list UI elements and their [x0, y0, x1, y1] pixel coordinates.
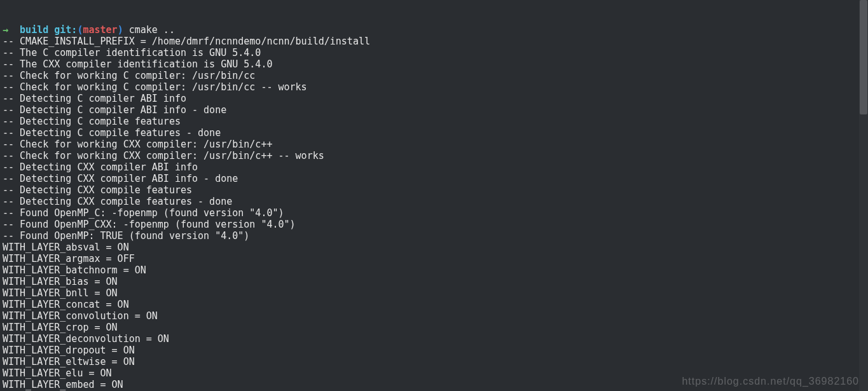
watermark-text: https://blog.csdn.net/qq_36982160 — [682, 376, 859, 387]
output-line: WITH_LAYER_batchnorm = ON — [3, 264, 865, 276]
output-line: WITH_LAYER_bias = ON — [3, 276, 865, 287]
output-lines: -- CMAKE_INSTALL_PREFIX = /home/dmrf/ncn… — [3, 36, 865, 391]
prompt-branch: master — [83, 24, 117, 36]
output-line: WITH_LAYER_deconvolution = ON — [3, 333, 865, 345]
output-line: -- Detecting CXX compile features — [3, 184, 865, 196]
output-line: WITH_LAYER_dropout = ON — [3, 345, 865, 356]
output-line: -- Detecting CXX compile features - done — [3, 196, 865, 207]
scrollbar-thumb[interactable] — [860, 0, 867, 114]
output-line: WITH_LAYER_eltwise = ON — [3, 356, 865, 367]
prompt-arrow: → — [3, 24, 8, 36]
output-line: -- Check for working C compiler: /usr/bi… — [3, 70, 865, 81]
output-line: WITH_LAYER_concat = ON — [3, 299, 865, 310]
output-line: WITH_LAYER_argmax = OFF — [3, 253, 865, 264]
output-line: -- Detecting CXX compiler ABI info — [3, 161, 865, 173]
output-line: -- Check for working C compiler: /usr/bi… — [3, 81, 865, 93]
prompt-command: cmake .. — [129, 24, 175, 36]
output-line: -- Detecting C compile features — [3, 116, 865, 127]
paren-close: ) — [118, 24, 123, 36]
output-line: -- Check for working CXX compiler: /usr/… — [3, 139, 865, 150]
output-line: -- Detecting C compile features - done — [3, 127, 865, 139]
output-line: -- Check for working CXX compiler: /usr/… — [3, 150, 865, 161]
output-line: -- The CXX compiler identification is GN… — [3, 58, 865, 70]
output-line: -- Detecting C compiler ABI info - done — [3, 104, 865, 116]
output-line: WITH_LAYER_convolution = ON — [3, 310, 865, 322]
prompt-git-label: git: — [54, 24, 77, 36]
output-line: -- Detecting CXX compiler ABI info - don… — [3, 173, 865, 184]
output-line: WITH_LAYER_absval = ON — [3, 242, 865, 253]
scrollbar-vertical[interactable] — [859, 0, 868, 391]
output-line: -- Found OpenMP_C: -fopenmp (found versi… — [3, 207, 865, 219]
output-line: WITH_LAYER_crop = ON — [3, 322, 865, 333]
output-line: -- Found OpenMP_CXX: -fopenmp (found ver… — [3, 219, 865, 230]
terminal-output: → build git:(master) cmake ..-- CMAKE_IN… — [0, 0, 868, 391]
output-line: -- Found OpenMP: TRUE (found version "4.… — [3, 230, 865, 242]
output-line: WITH_LAYER_bnll = ON — [3, 287, 865, 299]
output-line: -- CMAKE_INSTALL_PREFIX = /home/dmrf/ncn… — [3, 36, 865, 47]
prompt-line: → build git:(master) cmake .. — [3, 24, 865, 36]
output-line: -- Detecting C compiler ABI info — [3, 93, 865, 104]
prompt-dir: build — [20, 24, 48, 36]
output-line: -- The C compiler identification is GNU … — [3, 47, 865, 58]
